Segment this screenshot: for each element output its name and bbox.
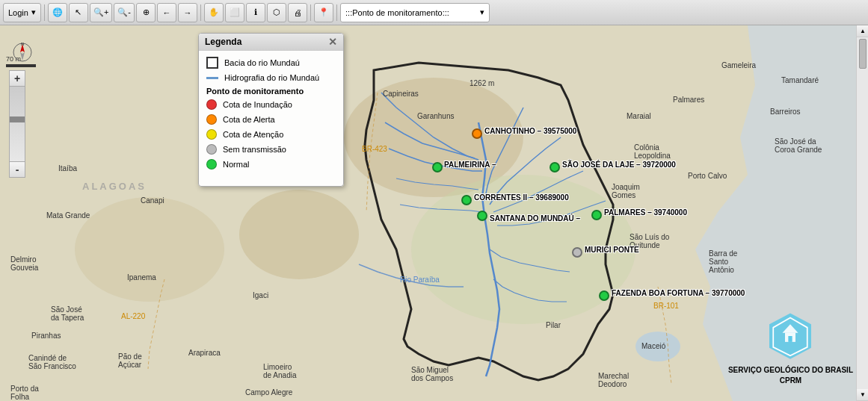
cursor-button[interactable]: ↖ <box>69 3 88 22</box>
logo-area: SERVIÇO GEOLÓGICO DO BRASIL CPRM <box>728 310 853 386</box>
full-extent-btn[interactable]: ⊕ <box>136 3 156 22</box>
label-palmares-city: Palmares <box>673 96 704 104</box>
goto-btn[interactable]: 📍 <box>314 3 333 22</box>
globe-button[interactable]: 🌐 <box>48 3 67 22</box>
zoom-controls: + - <box>9 70 25 178</box>
label-barrasantoantonio: Barra deSantoAntônio <box>709 249 737 274</box>
legend-circle-normal <box>206 159 217 170</box>
svg-point-3 <box>239 190 359 279</box>
scroll-thumb[interactable] <box>859 39 867 69</box>
legend-label-normal: Normal <box>223 160 249 169</box>
marker-canhotinho[interactable] <box>472 128 482 139</box>
zoom-minus-button[interactable]: - <box>9 161 25 178</box>
zoom-track[interactable] <box>9 87 25 161</box>
svg-rect-15 <box>789 336 792 342</box>
legend-item-normal: Normal <box>206 159 336 170</box>
identify-btn[interactable]: ℹ <box>246 3 265 22</box>
label-rioparaiba: Rio Paraíba <box>400 276 440 284</box>
legend-item-atencao: Cota de Atenção <box>206 129 336 140</box>
logo-company-name: SERVIÇO GEOLÓGICO DO BRASIL CPRM <box>728 365 853 386</box>
zoom-plus-button[interactable]: + <box>9 70 25 87</box>
logo-company: SERVIÇO GEOLÓGICO DO BRASIL <box>728 366 853 374</box>
marker-correntes[interactable] <box>461 195 472 205</box>
label-saomiguel: São Migueldos Campos <box>411 366 453 382</box>
scroll-up-arrow[interactable]: ▲ <box>857 25 868 37</box>
label-tamandare: Tamandaré <box>781 76 819 84</box>
label-palmares: PALMARES – 39740000 <box>604 208 687 217</box>
label-portofolha: Porto daFolha <box>10 385 39 401</box>
marker-murici[interactable] <box>572 247 582 258</box>
label-maceio: Maceió <box>641 342 665 350</box>
legend-square-bacia <box>206 57 218 69</box>
label-fazenda: FAZENDA BOA FORTUNA – 39770000 <box>612 289 745 297</box>
legend-item-inundacao: Cota de Inundação <box>206 99 336 110</box>
label-limoeiro: Limoeirode Anadia <box>263 363 297 379</box>
pan-button[interactable]: ✋ <box>204 3 224 22</box>
label-saojose-coast: São José daCoroa Grande <box>775 137 822 154</box>
label-saojoserapera: São Joséda Tapera <box>51 305 84 322</box>
login-arrow: ▾ <box>31 7 36 17</box>
legend-circle-alerta <box>206 114 217 125</box>
login-button[interactable]: Login ▾ <box>3 3 41 22</box>
location-arrow: ▾ <box>480 7 484 17</box>
map-container[interactable]: 70 m N + - Gameleira Palmares Tamandaré … <box>0 25 868 401</box>
logo-hexagon <box>764 310 816 362</box>
label-canhotinho: CANHOTINHO – 39575000 <box>484 127 576 135</box>
legend-label-atencao: Cota de Atenção <box>223 130 283 139</box>
label-arapiraca: Arapiraca <box>188 349 221 357</box>
legend-close-button[interactable]: ✕ <box>328 37 337 47</box>
label-itaiba: Itaíba <box>58 164 77 172</box>
marker-fazenda[interactable] <box>599 290 609 301</box>
label-maraial: Maraial <box>627 112 651 120</box>
scroll-down-arrow[interactable]: ▼ <box>857 389 868 401</box>
label-barreiros: Barreiros <box>770 108 801 116</box>
legend-section-monitoring: Ponto de monitoramento <box>206 87 336 96</box>
back-extent-btn[interactable]: ← <box>157 3 176 22</box>
fwd-extent-btn[interactable]: → <box>178 3 197 22</box>
svg-point-4 <box>75 197 224 302</box>
zoom-in-btn[interactable]: 🔍+ <box>90 3 112 22</box>
label-matagrande: Mata Grande <box>46 211 90 220</box>
zoom-out-btn[interactable]: 🔍- <box>114 3 135 22</box>
label-canapi: Canapi <box>141 196 164 205</box>
legend-label-bacia: Bacia do rio Mundaú <box>224 58 300 67</box>
legend-title: Legenda <box>205 37 241 47</box>
marker-saojose[interactable] <box>550 162 560 172</box>
label-caninde: Canindé deSão Francisco <box>28 354 76 370</box>
marker-santana[interactable] <box>477 211 487 221</box>
label-garanhuns: Garanhuns <box>417 112 454 120</box>
label-murici: MURICI PONTE <box>585 246 639 254</box>
label-palmeirina: PALMEIRINA – <box>444 161 496 169</box>
marker-palmeirina[interactable] <box>432 162 443 172</box>
label-gameleira: Gameleira <box>721 61 756 69</box>
toolbar: Login ▾ 🌐 ↖ 🔍+ 🔍- ⊕ ← → ✋ ⬜ ℹ ⬡ 🖨 📍 :::P… <box>0 0 868 25</box>
svg-point-6 <box>635 332 680 361</box>
label-igaci: Igaci <box>253 291 268 299</box>
label-ipanema: Ipanema <box>127 273 156 282</box>
legend-label-hidro: Hidrografia do rio Mundaú <box>224 73 319 82</box>
map-scrollbar[interactable]: ▲ ▼ <box>856 25 868 401</box>
legend-panel: Legenda ✕ Bacia do rio Mundaú Hidrografi… <box>198 33 344 187</box>
compass: N <box>12 42 33 66</box>
select-btn[interactable]: ⬡ <box>267 3 286 22</box>
svg-marker-9 <box>20 52 25 60</box>
logo-division: CPRM <box>780 376 801 385</box>
marker-palmares[interactable] <box>591 210 602 220</box>
label-santana: SANTANA DO MUNDAÚ – <box>490 214 580 223</box>
label-portocalvo: Porto Calvo <box>688 172 727 180</box>
separator-3 <box>310 4 311 21</box>
label-correntes: CORRENTES II – 39689000 <box>474 193 569 202</box>
zoom-handle[interactable] <box>10 116 25 122</box>
label-delmirogouveia: DelmiroGouveia <box>10 255 38 272</box>
separator-2 <box>200 4 201 21</box>
svg-point-2 <box>344 78 523 197</box>
print-btn[interactable]: 🖨 <box>288 3 307 22</box>
label-joaquimgomes: JoaquimGomes <box>612 183 640 199</box>
label-marechaldeodoro: MarechalDeodoro <box>598 372 629 388</box>
location-dropdown[interactable]: :::Ponto de monitoramento::: ▾ <box>340 3 490 22</box>
legend-circle-atencao <box>206 129 217 140</box>
svg-text:N: N <box>21 42 24 46</box>
rect-zoom-btn[interactable]: ⬜ <box>225 3 244 22</box>
label-br101: BR-101 <box>653 302 679 310</box>
label-piranhas: Piranhas <box>31 332 61 340</box>
